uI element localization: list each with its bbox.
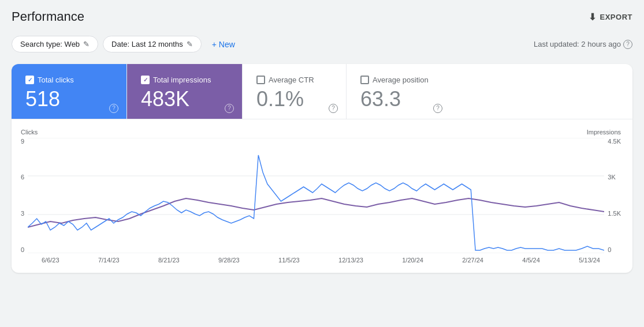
y-left-tick-0: 0: [21, 246, 24, 253]
metric-tile-impressions[interactable]: ✓ Total impressions 483K ?: [127, 64, 243, 119]
x-label-2: 7/14/23: [98, 257, 120, 264]
y-right-tick-4.5k: 4.5K: [608, 138, 621, 145]
y-right-label: Impressions: [587, 129, 621, 136]
date-filter[interactable]: Date: Last 12 months ✎: [103, 36, 202, 52]
page-title: Performance: [12, 9, 84, 24]
x-label-6: 12/13/23: [338, 257, 363, 264]
search-type-filter[interactable]: Search type: Web ✎: [12, 36, 98, 52]
x-label-4: 9/28/23: [218, 257, 240, 264]
last-updated-text: Last updated: 2 hours ago: [534, 40, 621, 48]
y-right-tick-0: 0: [608, 246, 621, 253]
clicks-checkbox: ✓: [25, 76, 34, 84]
metric-tile-clicks[interactable]: ✓ Total clicks 518 ?: [12, 64, 127, 119]
impressions-help-icon[interactable]: ?: [225, 104, 234, 113]
impressions-checkbox: ✓: [141, 76, 150, 84]
position-checkbox: [360, 76, 369, 84]
metric-tile-ctr[interactable]: Average CTR 0.1% ?: [243, 64, 347, 119]
y-right-tick-1.5k: 1.5K: [608, 210, 621, 217]
position-help-icon[interactable]: ?: [433, 104, 442, 113]
export-button[interactable]: ⬇ EXPORT: [589, 12, 632, 22]
x-label-9: 4/5/24: [522, 257, 540, 264]
impressions-label: Total impressions: [153, 76, 211, 84]
edit-date-icon: ✎: [187, 40, 193, 48]
clicks-line: [28, 155, 604, 250]
ctr-label: Average CTR: [269, 76, 314, 84]
x-label-7: 1/20/24: [402, 257, 423, 264]
x-label-5: 11/5/23: [278, 257, 300, 264]
last-updated: Last updated: 2 hours ago ?: [534, 40, 632, 49]
chart-area: Clicks Impressions 9 6 3 0: [12, 119, 632, 273]
metric-tile-position[interactable]: Average position 63.3 ?: [347, 64, 451, 119]
ctr-value: 0.1%: [256, 88, 332, 111]
clicks-value: 518: [25, 88, 113, 111]
export-label: EXPORT: [600, 13, 632, 21]
date-label: Date: Last 12 months: [111, 40, 183, 48]
y-left-tick-9: 9: [21, 138, 24, 145]
position-value: 63.3: [360, 88, 437, 111]
new-label: New: [219, 40, 235, 49]
y-left-tick-3: 3: [21, 210, 24, 217]
page-header: Performance ⬇ EXPORT: [12, 9, 632, 24]
ctr-help-icon[interactable]: ?: [329, 104, 338, 113]
y-left-tick-6: 6: [21, 174, 24, 181]
x-label-1: 6/6/23: [42, 257, 59, 264]
export-icon: ⬇: [589, 12, 597, 22]
edit-search-type-icon: ✎: [83, 40, 90, 48]
impressions-value: 483K: [141, 88, 228, 111]
chart-svg: [28, 138, 604, 253]
search-type-label: Search type: Web: [20, 40, 80, 48]
x-label-3: 8/21/23: [158, 257, 180, 264]
ctr-checkbox: [256, 76, 265, 84]
x-label-10: 5/13/24: [579, 257, 600, 264]
new-button[interactable]: + New: [206, 36, 241, 52]
x-label-8: 2/27/24: [462, 257, 483, 264]
y-left-label: Clicks: [21, 129, 38, 136]
plus-icon: +: [212, 40, 217, 49]
position-label: Average position: [373, 76, 429, 84]
last-updated-help-icon[interactable]: ?: [623, 40, 632, 49]
clicks-help-icon[interactable]: ?: [109, 104, 118, 113]
metrics-row: ✓ Total clicks 518 ? ✓ Total impressions…: [12, 64, 632, 119]
y-right-tick-3k: 3K: [608, 174, 621, 181]
filter-bar: Search type: Web ✎ Date: Last 12 months …: [12, 36, 632, 52]
clicks-label: Total clicks: [38, 76, 74, 84]
main-card: ✓ Total clicks 518 ? ✓ Total impressions…: [12, 64, 632, 273]
